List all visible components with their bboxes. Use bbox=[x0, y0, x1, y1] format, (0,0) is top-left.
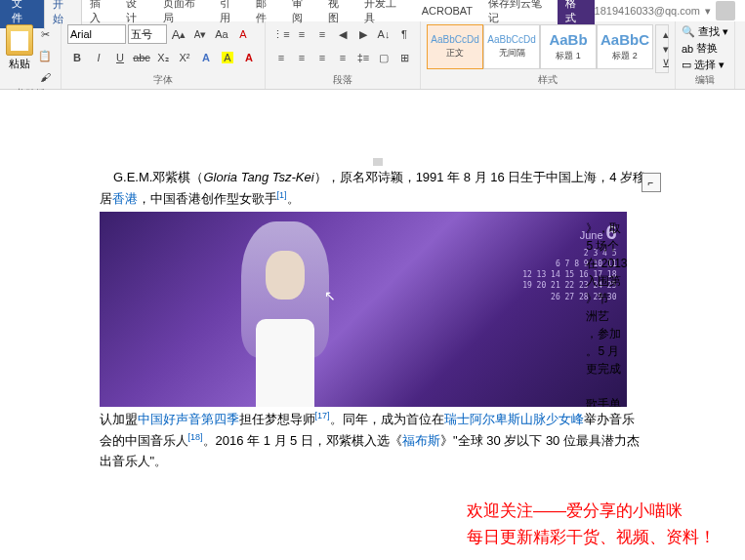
document-text[interactable]: G.E.M.邓紫棋（Gloria Tang Tsz-Kei），原名邓诗颖，199… bbox=[100, 168, 646, 472]
group-styles: AaBbCcDd正文AaBbCcDd无间隔AaBb标题 1AaBbC标题 2 ▴… bbox=[421, 21, 676, 89]
ruler-tab-icon[interactable] bbox=[373, 158, 383, 166]
replace-button[interactable]: ab替换 bbox=[682, 41, 728, 56]
increase-indent-icon[interactable]: ▶ bbox=[353, 24, 373, 44]
superscript-button[interactable]: X² bbox=[175, 48, 194, 67]
tab-acrobat[interactable]: ACROBAT bbox=[414, 2, 480, 20]
change-case-icon[interactable]: Aa bbox=[212, 24, 231, 44]
group-editing: 🔍查找 ▾ ab替换 ▭选择 ▾ 编辑 bbox=[676, 21, 735, 89]
avatar[interactable] bbox=[716, 1, 735, 20]
decrease-indent-icon[interactable]: ◀ bbox=[333, 24, 352, 44]
ribbon: 粘贴 ✂ 📋 🖌 剪贴板 A▴ A▾ Aa A B I U bbox=[0, 21, 745, 90]
select-button[interactable]: ▭选择 ▾ bbox=[682, 58, 728, 72]
document-area[interactable]: ⌐ G.E.M.邓紫棋（Gloria Tang Tsz-Kei），原名邓诗颖，1… bbox=[0, 90, 745, 558]
font-size-select[interactable] bbox=[128, 24, 167, 44]
find-button[interactable]: 🔍查找 ▾ bbox=[682, 24, 728, 39]
layout-options-icon[interactable]: ⌐ bbox=[642, 173, 661, 192]
copy-icon[interactable]: 📋 bbox=[35, 46, 55, 65]
group-font: A▴ A▾ Aa A B I U abc X₂ X² A A A 字体 bbox=[62, 21, 266, 89]
ribbon-tabs: 文件 开始 插入 设计 页面布局 引用 邮件 审阅 视图 开发工具 ACROBA… bbox=[0, 0, 745, 21]
styles-down-icon[interactable]: ▾ bbox=[656, 42, 676, 57]
embedded-image[interactable]: ↖ June 6 2 3 4 5 6 7 8 9 10 11 12 13 14 … bbox=[100, 212, 627, 407]
link-voice[interactable]: 中国好声音第四季 bbox=[138, 412, 239, 426]
style-box[interactable]: AaBbCcDd无间隔 bbox=[483, 24, 540, 69]
bullets-icon[interactable]: ⋮≡ bbox=[271, 24, 291, 44]
styles-group-label: 样式 bbox=[427, 73, 669, 87]
page: ⌐ G.E.M.邓紫棋（Gloria Tang Tsz-Kei），原名邓诗颖，1… bbox=[100, 168, 646, 472]
font-name-select[interactable] bbox=[67, 24, 126, 44]
cut-icon[interactable]: ✂ bbox=[35, 24, 55, 44]
link-forbes[interactable]: 福布斯 bbox=[402, 433, 440, 448]
subscript-button[interactable]: X₂ bbox=[153, 48, 173, 67]
group-paragraph: ⋮≡ ≡ ≡ ◀ ▶ A↓ ¶ ≡ ≡ ≡ ≡ ‡≡ ▢ ⊞ 段落 bbox=[266, 21, 421, 89]
shrink-font-icon[interactable]: A▾ bbox=[190, 24, 210, 44]
align-center-icon[interactable]: ≡ bbox=[292, 48, 311, 67]
grow-font-icon[interactable]: A▴ bbox=[169, 24, 188, 44]
style-box[interactable]: AaBbC标题 2 bbox=[597, 24, 653, 69]
group-clipboard: 粘贴 ✂ 📋 🖌 剪贴板 bbox=[0, 21, 62, 89]
clear-formatting-icon[interactable]: A bbox=[233, 24, 253, 44]
italic-button[interactable]: I bbox=[89, 48, 108, 67]
styles-more-icon[interactable]: ⊻ bbox=[656, 57, 676, 71]
user-info: 1819416033@qq.com ▾ bbox=[595, 1, 745, 20]
link-alps[interactable]: 瑞士阿尔卑斯山脉少女峰 bbox=[444, 412, 584, 426]
user-email: 1819416033@qq.com bbox=[595, 5, 700, 17]
bold-button[interactable]: B bbox=[67, 48, 87, 67]
style-box[interactable]: AaBb标题 1 bbox=[540, 24, 597, 69]
sort-icon[interactable]: A↓ bbox=[374, 24, 393, 44]
select-icon: ▭ bbox=[682, 59, 691, 71]
paste-icon[interactable] bbox=[6, 24, 33, 56]
editing-group-label: 编辑 bbox=[682, 73, 728, 87]
show-marks-icon[interactable]: ¶ bbox=[394, 24, 414, 44]
shading-icon[interactable]: ▢ bbox=[374, 48, 393, 67]
multilevel-list-icon[interactable]: ≡ bbox=[312, 24, 332, 44]
highlight-icon[interactable]: A bbox=[218, 48, 237, 67]
text-effects-icon[interactable]: A bbox=[196, 48, 216, 67]
borders-icon[interactable]: ⊞ bbox=[394, 48, 414, 67]
paste-label[interactable]: 粘贴 bbox=[9, 57, 30, 71]
align-left-icon[interactable]: ≡ bbox=[271, 48, 291, 67]
line-spacing-icon[interactable]: ‡≡ bbox=[353, 48, 373, 67]
user-dropdown-icon[interactable]: ▾ bbox=[705, 5, 711, 18]
numbering-icon[interactable]: ≡ bbox=[292, 24, 311, 44]
replace-icon: ab bbox=[682, 43, 693, 55]
find-icon: 🔍 bbox=[682, 25, 695, 38]
cursor-icon: ↖ bbox=[324, 285, 336, 306]
wrapped-text: 》，取5 场个在 2013入围第》节洲艺，参加。5 月更完成 歌手单 日，确 bbox=[586, 220, 626, 407]
format-painter-icon[interactable]: 🖌 bbox=[35, 67, 55, 87]
image-person bbox=[227, 221, 344, 407]
justify-icon[interactable]: ≡ bbox=[333, 48, 352, 67]
paragraph-group-label: 段落 bbox=[271, 73, 414, 87]
underline-button[interactable]: U bbox=[110, 48, 130, 67]
align-right-icon[interactable]: ≡ bbox=[312, 48, 332, 67]
overlay-text: 欢迎关注——爱分享的小喵咪 每日更新精彩干货、视频、资料！ bbox=[467, 498, 716, 550]
style-box[interactable]: AaBbCcDd正文 bbox=[427, 24, 483, 69]
strikethrough-button[interactable]: abc bbox=[132, 48, 151, 67]
font-group-label: 字体 bbox=[67, 73, 259, 87]
font-color-icon[interactable]: A bbox=[239, 48, 259, 67]
styles-up-icon[interactable]: ▴ bbox=[656, 27, 676, 42]
link-hongkong[interactable]: 香港 bbox=[112, 191, 138, 206]
